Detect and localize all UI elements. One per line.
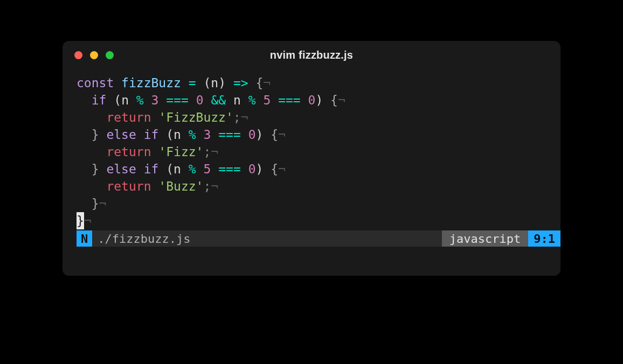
close-icon[interactable] [74,51,82,59]
titlebar: nvim fizzbuzz.js [63,41,560,69]
window-title: nvim fizzbuzz.js [63,49,560,61]
status-file: ./fizzbuzz.js [92,230,442,247]
status-bar: N ./fizzbuzz.js javascript 9:1 [77,230,560,247]
maximize-icon[interactable] [106,51,114,59]
traffic-lights [74,51,114,59]
status-lang: javascript [442,230,528,247]
padding [77,247,560,276]
minimize-icon[interactable] [90,51,98,59]
editor-pane[interactable]: const fizzBuzz = (n) => {¬ if (n % 3 ===… [63,69,560,276]
status-mode: N [77,230,92,247]
status-pos: 9:1 [528,230,560,247]
terminal-window: nvim fizzbuzz.js const fizzBuzz = (n) =>… [63,41,560,276]
code-content[interactable]: const fizzBuzz = (n) => {¬ if (n % 3 ===… [77,74,560,229]
